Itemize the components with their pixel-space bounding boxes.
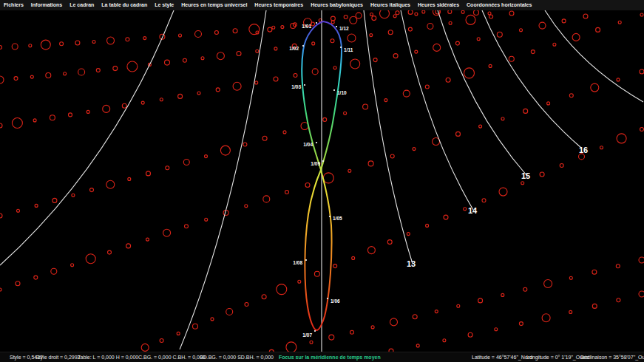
date-point-circle [572, 33, 580, 41]
hour-number-14: 14 [468, 206, 478, 215]
date-tick [304, 84, 305, 86]
date-point-circle [237, 52, 241, 56]
date-point-circle [72, 194, 75, 197]
date-point-circle [177, 332, 180, 335]
menu-item-le-style[interactable]: Le style [151, 0, 177, 10]
date-point-circle [329, 335, 334, 340]
date-point-circle [166, 166, 169, 170]
date-point-circle [312, 42, 315, 45]
date-point-circle [427, 24, 433, 30]
date-point-circle [331, 39, 334, 43]
date-point-circle [461, 10, 464, 13]
date-point-circle [126, 38, 129, 41]
date-point-circle [497, 32, 502, 37]
status-cbg-cbh: C.BG. = 0,000 C.BH. = 0,000 [138, 352, 206, 362]
date-point-circle [407, 233, 410, 236]
date-label: 1/09 [311, 161, 320, 166]
date-point-circle [489, 15, 493, 18]
menu-item-heures-sid-rales[interactable]: Heures sidérales [414, 0, 463, 10]
date-point-circle [294, 74, 297, 78]
date-point-circle [277, 284, 287, 295]
date-point-circle [413, 148, 416, 151]
date-point-circle [553, 43, 556, 46]
menu-item-la-table-du-cadran[interactable]: La table du cadran [98, 0, 151, 10]
date-point-circle [127, 61, 138, 72]
date-point-circle [363, 104, 368, 109]
date-point-circle [71, 264, 74, 267]
hour-number-15: 15 [521, 171, 530, 180]
date-point-circle [592, 304, 597, 308]
date-point-circle [509, 11, 514, 16]
date-point-circle [367, 247, 375, 254]
date-point-circle [310, 341, 313, 344]
date-point-circle [17, 209, 20, 212]
date-point-circle [478, 298, 483, 303]
date-point-circle [384, 99, 387, 102]
menu-item-informations[interactable]: Informations [27, 0, 66, 10]
date-point-circle [617, 78, 620, 81]
date-point-circle [183, 58, 186, 62]
date-label: 1/04 [303, 142, 313, 147]
sundial-drawing: 1/011/021/031/041/051/061/071/081/091/10… [0, 10, 644, 352]
date-point-circle [596, 27, 600, 32]
date-tick [314, 330, 316, 332]
date-point-circle [457, 304, 460, 307]
red-dot-arc [127, 128, 644, 352]
date-point-circle [103, 105, 110, 112]
date-point-circle [519, 322, 523, 326]
date-point-circle [455, 41, 459, 45]
date-point-circle [143, 37, 146, 40]
date-point-circle [160, 98, 163, 101]
date-point-circle [160, 339, 163, 343]
hour-number-16: 16 [579, 146, 588, 154]
date-point-circle [370, 34, 373, 37]
date-point-circle [128, 177, 131, 180]
hour-line-16 [482, 10, 581, 148]
date-point-circle [233, 29, 237, 33]
date-point-circle [592, 270, 597, 274]
date-point-circle [495, 328, 498, 331]
date-point-circle [78, 69, 85, 75]
date-point-circle [108, 250, 112, 254]
date-point-circle [509, 56, 514, 61]
date-point-circle [255, 81, 258, 84]
date-point-circle [600, 146, 603, 149]
menu-item-heures-babyloniques[interactable]: Heures babyloniques [307, 0, 367, 10]
menu-item-coordonn-es-horizontales[interactable]: Coordonnées horizontales [463, 0, 535, 10]
sundial-plot-area[interactable]: 1/011/021/031/041/051/061/071/081/091/10… [0, 10, 644, 352]
date-point-circle [547, 102, 550, 105]
date-point-circle [298, 280, 301, 283]
red-dot-arc [0, 10, 440, 49]
hour-line-15 [438, 10, 526, 175]
date-point-circle [87, 110, 89, 113]
date-point-circle [640, 13, 643, 16]
menu-item-heures-en-temps-universel[interactable]: Heures en temps universel [177, 0, 251, 10]
date-point-circle [569, 310, 572, 313]
menu-item-le-cadran[interactable]: Le cadran [66, 0, 98, 10]
date-point-circle [195, 31, 202, 38]
date-label: 1/11 [344, 47, 353, 52]
date-point-circle [449, 21, 452, 24]
date-point-circle [331, 16, 335, 21]
date-point-circle [396, 11, 399, 15]
red-dot-arc [269, 257, 644, 352]
menu-item-heures-temporaires[interactable]: Heures temporaires [251, 0, 307, 10]
date-point-circle [0, 214, 2, 218]
hour-lines [0, 10, 643, 352]
date-point-circle [274, 77, 278, 81]
date-point-circle [113, 66, 118, 71]
date-tick [329, 216, 331, 217]
date-point-circle [479, 125, 482, 128]
date-point-circle [274, 47, 277, 50]
date-point-circle [211, 318, 214, 321]
hour-line-14 [401, 10, 473, 210]
date-point-circle [540, 172, 544, 177]
date-point-circle [569, 276, 572, 279]
date-point-circle [387, 240, 392, 245]
date-point-circle [183, 160, 189, 165]
menu-item-heures-italiques[interactable]: Heures italiques [367, 0, 414, 10]
date-point-circle [96, 69, 100, 72]
date-point-circle [226, 309, 233, 315]
menu-item-fichiers[interactable]: Fichiers [0, 0, 27, 10]
date-point-circle [348, 34, 356, 42]
